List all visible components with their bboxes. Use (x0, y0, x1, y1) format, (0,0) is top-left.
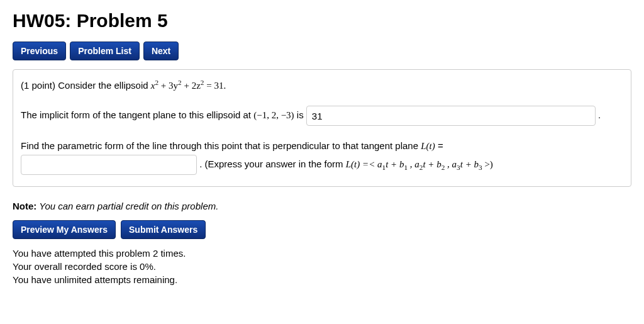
intro-text: Consider the ellipsoid (58, 80, 151, 91)
note-label: Note: (13, 201, 36, 211)
line2-text-b: is (294, 109, 306, 120)
math-eq1: x2 + 3y2 + 2z2 = 31. (151, 81, 226, 91)
remaining-text: You have unlimited attempts remaining. (13, 274, 631, 285)
line4-text-a: . (Express your answer in the form (199, 159, 346, 169)
submit-answers-button[interactable]: Submit Answers (121, 220, 206, 239)
problem-list-button[interactable]: Problem List (70, 42, 140, 60)
page-title: HW05: Problem 5 (13, 10, 631, 31)
note-text: You can earn partial credit on this prob… (36, 201, 218, 211)
line2-text-a: The implicit form of the tangent plane t… (21, 109, 253, 120)
submit-row: Preview My Answers Submit Answers (13, 220, 631, 239)
eq-sym: = (435, 140, 443, 151)
answer-input-2[interactable] (21, 155, 197, 175)
problem-container: (1 point) Consider the ellipsoid x2 + 3y… (13, 69, 631, 187)
math-Lt: L(t) (421, 141, 435, 151)
points-label: (1 point) (21, 80, 58, 91)
preview-answers-button[interactable]: Preview My Answers (13, 220, 116, 239)
status-block: You have attempted this problem 2 times.… (13, 248, 631, 285)
attempts-text: You have attempted this problem 2 times. (13, 248, 631, 259)
math-form: L(t) =< a1t + b1 , a2t + b2 , a3t + b3 >… (346, 159, 493, 169)
problem-line-3: Find the parametric form of the line thr… (21, 137, 623, 175)
math-point: (−1, 2, −3) (253, 110, 294, 120)
note-line: Note: You can earn partial credit on thi… (13, 201, 631, 211)
answer-input-1[interactable] (306, 106, 596, 126)
score-text: Your overall recorded score is 0%. (13, 261, 631, 272)
next-button[interactable]: Next (143, 42, 179, 60)
line3-text-a: Find the parametric form of the line thr… (21, 140, 421, 151)
line2-text-c: . (598, 109, 601, 120)
problem-line-1: (1 point) Consider the ellipsoid x2 + 3y… (21, 76, 623, 94)
problem-line-2: The implicit form of the tangent plane t… (21, 106, 623, 126)
previous-button[interactable]: Previous (13, 42, 66, 60)
nav-bar: Previous Problem List Next (13, 42, 631, 60)
